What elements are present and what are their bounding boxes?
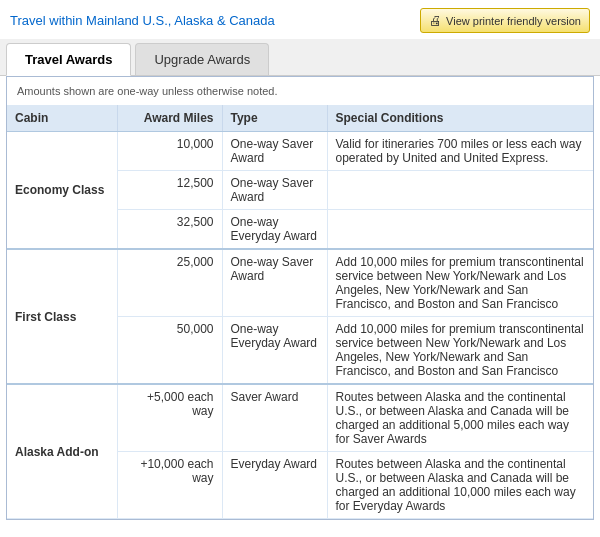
cabin-cell: Economy Class [7,132,117,250]
special-cell: Valid for itineraries 700 miles or less … [327,132,593,171]
miles-cell: 12,500 [117,171,222,210]
special-cell: Routes between Alaska and the continenta… [327,452,593,519]
amounts-note: Amounts shown are one-way unless otherwi… [7,77,593,105]
special-cell: Routes between Alaska and the continenta… [327,384,593,452]
table-row: Economy Class10,000One-way Saver AwardVa… [7,132,593,171]
printer-btn-label: View printer friendly version [446,15,581,27]
content-area: Amounts shown are one-way unless otherwi… [6,76,594,520]
miles-cell: 10,000 [117,132,222,171]
type-cell: One-way Everyday Award [222,210,327,250]
col-header-special: Special Conditions [327,105,593,132]
type-cell: One-way Everyday Award [222,317,327,385]
miles-cell: +5,000 each way [117,384,222,452]
tab-travel-awards[interactable]: Travel Awards [6,43,131,76]
type-cell: One-way Saver Award [222,171,327,210]
cabin-cell: Alaska Add-on [7,384,117,519]
table-row: Alaska Add-on+5,000 each waySaver AwardR… [7,384,593,452]
page-header: Travel within Mainland U.S., Alaska & Ca… [0,0,600,39]
special-cell [327,210,593,250]
tab-upgrade-awards[interactable]: Upgrade Awards [135,43,269,75]
type-cell: One-way Saver Award [222,249,327,317]
type-cell: Saver Award [222,384,327,452]
special-cell: Add 10,000 miles for premium transcontin… [327,249,593,317]
table-row: First Class25,000One-way Saver AwardAdd … [7,249,593,317]
special-cell: Add 10,000 miles for premium transcontin… [327,317,593,385]
type-cell: Everyday Award [222,452,327,519]
cabin-cell: First Class [7,249,117,384]
miles-cell: +10,000 each way [117,452,222,519]
miles-cell: 50,000 [117,317,222,385]
col-header-cabin: Cabin [7,105,117,132]
col-header-miles: Award Miles [117,105,222,132]
printer-button[interactable]: 🖨 View printer friendly version [420,8,590,33]
miles-cell: 25,000 [117,249,222,317]
printer-icon: 🖨 [429,13,442,28]
awards-table: Cabin Award Miles Type Special Condition… [7,105,593,519]
page-title: Travel within Mainland U.S., Alaska & Ca… [10,13,275,28]
type-cell: One-way Saver Award [222,132,327,171]
col-header-type: Type [222,105,327,132]
miles-cell: 32,500 [117,210,222,250]
tabs-bar: Travel Awards Upgrade Awards [0,39,600,76]
table-header-row: Cabin Award Miles Type Special Condition… [7,105,593,132]
special-cell [327,171,593,210]
